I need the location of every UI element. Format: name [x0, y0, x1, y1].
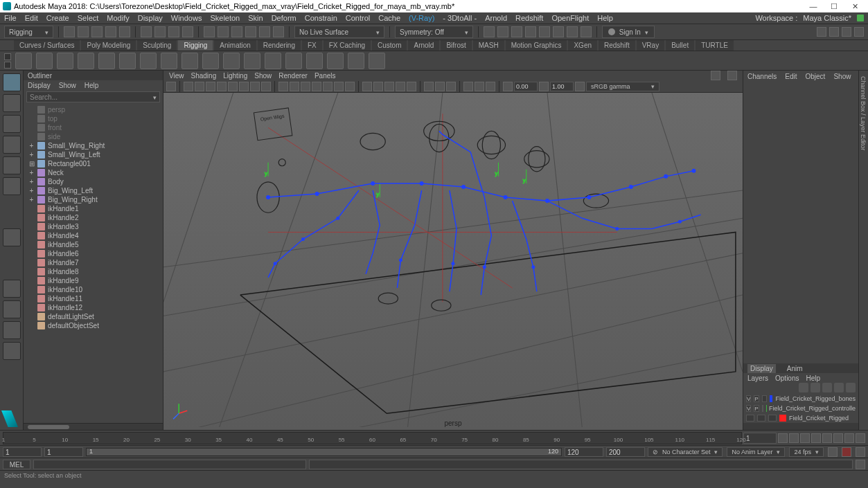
outliner-item[interactable]: ikHandle4 [26, 231, 160, 240]
snap-grid-icon[interactable] [204, 26, 215, 37]
outliner-item[interactable]: +Big_Wing_Left [26, 186, 160, 195]
vp-tool-icon[interactable] [373, 82, 383, 91]
cmdline-input[interactable] [33, 460, 306, 469]
shelf-item-icon[interactable] [265, 53, 281, 69]
vp-colorspace-dropdown[interactable]: sRGB gamma [586, 82, 659, 91]
shelf-tab-rigging[interactable]: Rigging [178, 40, 213, 51]
step-back-button[interactable] [800, 433, 810, 443]
shelf-item-icon[interactable] [202, 53, 219, 69]
live-surface-dropdown[interactable]: No Live Surface [294, 26, 384, 38]
outliner-item[interactable]: ikHandle9 [26, 276, 160, 285]
layer-row[interactable]: VPField_Cricket_Rigged_bones [743, 394, 858, 404]
menu-display[interactable]: Display [138, 14, 163, 22]
vp-tool-icon[interactable] [312, 82, 321, 91]
signin-button[interactable]: Sign In [602, 26, 655, 38]
snap-toggle-icon[interactable] [273, 26, 284, 37]
layer-menu-options[interactable]: Options [775, 374, 799, 382]
lasso-tool[interactable] [3, 94, 21, 112]
chan-menu-edit[interactable]: Edit [785, 73, 797, 80]
shelf-item-icon[interactable] [285, 53, 302, 69]
menu-vray[interactable]: (V-Ray) [409, 14, 434, 22]
shelf-ik-icon[interactable] [36, 53, 53, 69]
layer-menu-help[interactable]: Help [806, 374, 820, 382]
vp-tool-icon[interactable] [239, 82, 249, 91]
select-mode-component-icon[interactable] [154, 26, 166, 37]
toggle-icon[interactable] [581, 26, 592, 37]
shelf-mirror-icon[interactable] [98, 53, 115, 69]
outliner-item[interactable]: ikHandle10 [26, 285, 160, 294]
chan-menu-show[interactable]: Show [833, 73, 851, 80]
snap-plane-icon[interactable] [245, 26, 256, 37]
shelf-tab-redshift[interactable]: Redshift [599, 40, 635, 51]
autokey-icon[interactable] [842, 447, 851, 457]
step-forward-button[interactable] [833, 433, 843, 443]
menu-windows[interactable]: Windows [171, 14, 202, 22]
vp-tool-icon[interactable] [250, 82, 260, 91]
range-end-outer-input[interactable]: 200 [606, 447, 645, 457]
shelf-paint-icon[interactable] [78, 53, 94, 69]
snap-curve-icon[interactable] [218, 26, 229, 37]
menu-create[interactable]: Create [46, 14, 69, 22]
layer-type-toggle[interactable] [762, 395, 767, 402]
close-button[interactable]: ✕ [844, 2, 865, 11]
vp-tool-icon[interactable] [184, 82, 193, 91]
vp-menu-shading[interactable]: Shading [191, 72, 217, 80]
range-bar[interactable]: 1 120 [87, 449, 561, 455]
menu-skin[interactable]: Skin [248, 14, 263, 22]
shelf-tab-poly[interactable]: Poly Modeling [81, 40, 136, 51]
layer-type-toggle[interactable] [768, 415, 777, 422]
vp-exposure-icon[interactable] [503, 82, 513, 91]
vp-tool-icon[interactable] [475, 82, 484, 91]
vp-tool-icon[interactable] [195, 82, 204, 91]
layer-color-swatch[interactable] [779, 415, 786, 422]
toggle-channel-box-icon[interactable] [842, 27, 851, 37]
menu-skeleton[interactable]: Skeleton [210, 14, 240, 22]
paint-select-tool[interactable] [3, 115, 21, 133]
go-to-start-button[interactable] [778, 433, 788, 443]
shelf-knob[interactable] [4, 53, 11, 60]
layer-tab-anim[interactable]: Anim [784, 364, 806, 373]
outliner-item[interactable]: ikHandle6 [26, 249, 160, 258]
outliner-search-input[interactable]: Search... [26, 91, 160, 102]
vp-tool-icon[interactable] [290, 82, 299, 91]
vp-tool-icon[interactable] [435, 82, 445, 91]
vp-tool-icon[interactable] [217, 82, 227, 91]
select-tool[interactable] [3, 73, 21, 91]
play-backward-button[interactable] [811, 433, 821, 443]
open-scene-icon[interactable] [78, 26, 89, 37]
vp-gamma-input[interactable] [550, 82, 574, 91]
outliner-item[interactable]: +Body [26, 177, 160, 186]
layer-new-icon[interactable] [799, 383, 808, 392]
vp-exposure-input[interactable] [514, 82, 538, 91]
shelf-tab-fx[interactable]: FX [302, 40, 322, 51]
outliner-item[interactable]: ikHandle12 [26, 303, 160, 312]
shelf-item-icon[interactable] [369, 53, 385, 69]
outliner-item[interactable]: ikHandle3 [26, 222, 160, 231]
snap-live-icon[interactable] [259, 26, 270, 37]
vp-tool-icon[interactable] [486, 82, 495, 91]
redo-icon[interactable] [119, 26, 130, 37]
construction-history-icon[interactable] [484, 26, 495, 37]
outliner-item[interactable]: ikHandle2 [26, 213, 160, 222]
layer-playback-toggle[interactable]: P [754, 395, 759, 402]
go-to-end-button[interactable] [856, 433, 865, 443]
range-end-inner-input[interactable]: 120 [565, 447, 603, 457]
vp-menu-lighting[interactable]: Lighting [223, 72, 247, 80]
vp-menu-view[interactable]: View [169, 72, 184, 80]
vp-tool-icon[interactable] [407, 82, 416, 91]
save-scene-icon[interactable] [91, 26, 103, 37]
move-tool[interactable] [3, 136, 21, 154]
layer-row[interactable]: VPField_Cricket_Rigged_controlle [743, 404, 858, 413]
range-track[interactable]: 1 120 [86, 448, 562, 456]
menu-arnold[interactable]: Arnold [485, 14, 507, 22]
outliner-item[interactable]: ikHandle1 [26, 204, 160, 213]
render-view-icon[interactable] [497, 26, 508, 37]
layer-vis-toggle[interactable]: V [746, 405, 751, 412]
outliner-item[interactable]: ikHandle5 [26, 240, 160, 249]
select-mask-icon[interactable] [182, 26, 193, 37]
chan-menu-channels[interactable]: Channels [747, 73, 777, 80]
outliner-item[interactable]: persp [26, 105, 160, 114]
outliner-item[interactable]: ikHandle11 [26, 294, 160, 303]
menu-deform[interactable]: Deform [272, 14, 296, 22]
last-tool[interactable] [3, 228, 21, 246]
